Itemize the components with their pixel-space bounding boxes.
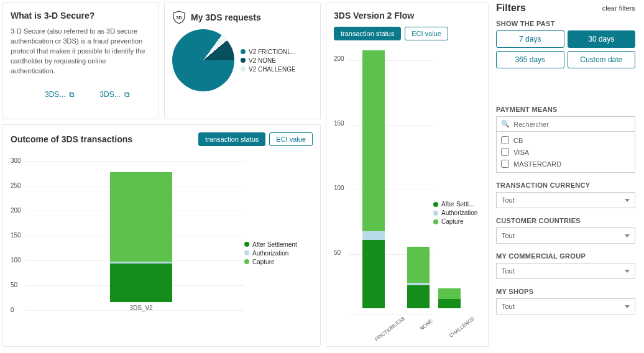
what-is-link-1[interactable]: 3DS... ⧉ [45,90,75,99]
payment-means-label: PAYMENT MEANS [496,106,635,113]
payment-means-search[interactable]: 🔍 [496,116,635,132]
filters-panel: Filters clear filters SHOW THE PAST 7 da… [494,2,638,347]
shops-select[interactable]: Tout [496,298,635,314]
outcome-title: Outcome of 3DS transactions [11,134,132,144]
payment-option-cb[interactable]: CB [501,134,630,146]
y-tick: 100 [11,257,21,264]
requests-legend: V2 FRICTIONL... V2 NONE V2 CHALLENGE [241,47,296,75]
checkbox[interactable] [501,160,509,168]
select-value: Tout [502,196,515,204]
x-tick: CHALLENGE [449,316,476,339]
group-label: MY COMMERCIAL GROUP [496,252,635,260]
requests-card: 3D My 3DS requests V2 FRICTIONL... V2 NO… [164,2,321,119]
what-is-title: What is 3-D Secure? [11,11,151,21]
y-tick: 250 [11,182,21,189]
shield-3d-icon: 3D [172,11,186,24]
legend-dot-icon [241,66,246,71]
search-icon: 🔍 [501,120,510,128]
select-value: Tout [502,303,515,310]
checkbox[interactable] [501,136,509,144]
payment-option-mastercard[interactable]: MASTERCARD [501,158,630,170]
flow-bar-frictionless: FRICTIONLESS [362,50,398,314]
legend-label: V2 NONE [249,57,276,64]
legend-label: Capture [252,259,275,265]
filter-365-days-button[interactable]: 365 days [496,51,564,68]
what-is-card: What is 3-D Secure? 3-D Secure (also ref… [2,2,159,119]
y-tick: 300 [11,157,21,164]
svg-text:3D: 3D [177,16,182,20]
y-tick: 150 [334,120,344,127]
flow-toggle-transaction-status[interactable]: transaction status [334,27,401,40]
checkbox-label: MASTERCARD [513,160,561,168]
y-tick: 50 [334,249,341,256]
select-value: Tout [502,232,515,239]
outcome-toggle-eci-value[interactable]: ECI value [269,132,313,146]
x-tick: FRICTIONLESS [374,316,405,342]
external-link-icon: ⧉ [69,90,75,99]
y-tick: 100 [334,185,344,191]
chevron-down-icon [625,199,630,202]
filter-7-days-button[interactable]: 7 days [496,30,564,48]
flow-bar-challenge: CHALLENGE [438,288,468,314]
x-tick: 3DS_V2 [110,305,172,311]
flow-toggle-eci-value[interactable]: ECI value [405,27,448,40]
group-select[interactable]: Tout [496,263,635,279]
outcome-toggle-transaction-status[interactable]: transaction status [198,132,265,146]
filter-30-days-button[interactable]: 30 days [568,30,636,48]
legend-dot-icon [244,259,249,264]
countries-label: CUSTOMER COUNTRIES [496,217,635,224]
legend-label: After Settlement [252,241,297,248]
y-tick: 200 [11,207,21,214]
y-tick: 0 [11,306,14,313]
chevron-down-icon [625,234,630,237]
shops-label: MY SHOPS [496,288,635,295]
link-text: 3DS... [99,90,120,99]
filter-custom-date-button[interactable]: Custom date [568,51,636,68]
checkbox-label: VISA [513,149,529,156]
chevron-down-icon [625,305,630,308]
y-tick: 150 [11,232,21,239]
legend-label: Authorization [252,250,288,257]
requests-title: My 3DS requests [191,12,261,22]
legend-dot-icon [241,49,246,54]
chevron-down-icon [625,270,630,273]
outcome-chart: 300 250 200 150 100 50 0 3DS_V2 [11,152,244,326]
legend-dot-icon [241,58,246,63]
payment-means-list: CB VISA MASTERCARD [496,132,635,173]
flow-bar-none: NONE [407,247,430,314]
clear-filters-link[interactable]: clear filters [602,4,635,12]
outcome-card: Outcome of 3DS transactions transaction … [2,124,321,347]
legend-dot-icon [244,242,249,247]
payment-option-visa[interactable]: VISA [501,146,630,158]
y-tick: 200 [334,55,344,62]
flow-chart: 200 150 100 50 FRICTIONLESS [334,47,433,339]
show-past-label: SHOW THE PAST [496,20,635,27]
outcome-legend: After Settlement Authorization Capture [244,239,313,326]
select-value: Tout [502,267,515,275]
filters-title: Filters [496,2,526,14]
what-is-body: 3-D Secure (also referred to as 3D secur… [11,27,151,76]
flow-card: 3DS Version 2 Flow transaction status EC… [326,2,489,347]
countries-select[interactable]: Tout [496,227,635,244]
x-tick: NONE [416,316,437,334]
legend-dot-icon [244,250,249,255]
legend-label: V2 CHALLENGE [249,66,296,73]
legend-label: V2 FRICTIONL... [249,48,296,55]
currency-label: TRANSACTION CURRENCY [496,181,635,189]
payment-means-search-input[interactable] [513,121,630,128]
currency-select[interactable]: Tout [496,192,635,208]
flow-title: 3DS Version 2 Flow [334,11,481,21]
requests-pie-chart [172,29,234,91]
y-tick: 50 [11,282,17,288]
external-link-icon: ⧉ [124,90,130,99]
checkbox[interactable] [501,148,509,156]
link-text: 3DS... [45,90,65,99]
checkbox-label: CB [513,137,523,144]
what-is-link-2[interactable]: 3DS... ⧉ [99,90,129,99]
